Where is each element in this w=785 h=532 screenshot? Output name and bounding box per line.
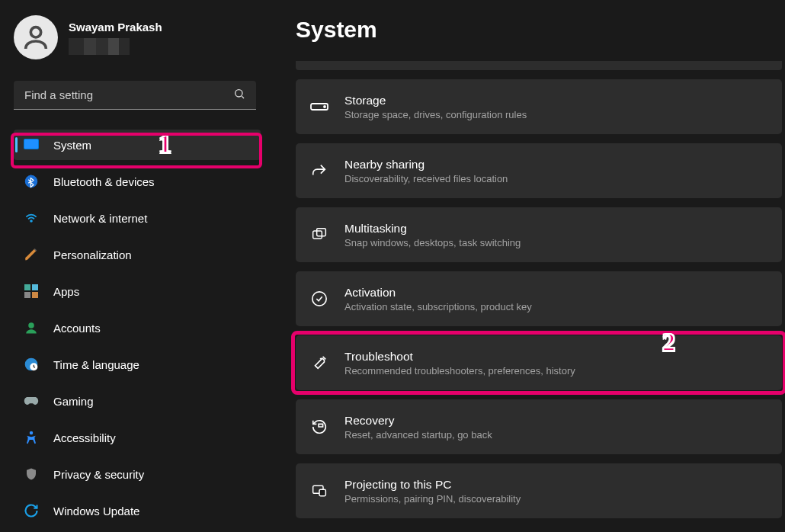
svg-rect-9 [32,292,38,298]
annotation-number-1: 1 [159,130,171,159]
nav-item-system[interactable]: System 1 [14,130,261,160]
multitasking-icon [309,225,329,245]
nav-item-privacy[interactable]: Privacy & security [14,459,261,489]
nav-item-network[interactable]: Network & internet [14,203,261,233]
card-activation[interactable]: Activation Activation state, subscriptio… [296,271,782,326]
card-storage[interactable]: Storage Storage space, drives, configura… [296,79,782,134]
clock-globe-icon [23,356,40,373]
search-input[interactable]: Find a setting [14,81,256,110]
card-title: Multitasking [344,222,521,236]
card-desc: Snap windows, desktops, task switching [344,237,521,248]
nav-item-accounts[interactable]: Accounts [14,312,261,343]
avatar [14,15,58,59]
card-text: Recovery Reset, advanced startup, go bac… [344,414,492,441]
gamepad-icon [23,393,40,409]
svg-point-18 [312,292,326,306]
card-desc: Recommended troubleshooters, preferences… [344,365,575,377]
card-title: Nearby sharing [344,158,508,171]
apps-icon [23,283,40,300]
svg-point-4 [25,175,38,188]
nav-label: Apps [53,285,79,298]
profile[interactable]: Swayam Prakash [14,15,261,59]
shield-icon [23,466,40,482]
card-text: Projecting to this PC Permissions, pairi… [344,478,521,505]
profile-text: Swayam Prakash [69,21,162,55]
card-title: Projecting to this PC [344,478,521,492]
annotation-number-2: 2 [662,328,675,357]
nav-label: Accounts [53,322,101,335]
card-desc: Permissions, pairing PIN, discoverabilit… [344,493,521,505]
settings-cards: Storage Storage space, drives, configura… [296,61,785,518]
card-recovery[interactable]: Recovery Reset, advanced startup, go bac… [296,399,782,454]
profile-name: Swayam Prakash [69,21,162,34]
card-desc: Storage space, drives, configuration rul… [344,109,527,120]
card-desc: Activation state, subscriptions, product… [344,301,532,312]
card-text: Storage Storage space, drives, configura… [344,94,527,120]
brush-icon [23,246,40,263]
wrench-icon [309,353,329,373]
svg-rect-16 [313,231,322,239]
svg-rect-20 [319,489,325,495]
card-text: Activation Activation state, subscriptio… [344,286,532,312]
nav-label: Accessibility [53,431,116,444]
card-multitasking[interactable]: Multitasking Snap windows, desktops, tas… [296,207,782,262]
search-icon [233,88,245,103]
card-title: Troubleshoot [344,350,575,364]
nav-label: Time & language [53,358,139,371]
share-icon [309,161,329,181]
nav-label: Network & internet [53,212,147,225]
card-text: Troubleshoot Recommended troubleshooters… [344,350,575,377]
storage-icon [309,97,329,117]
svg-rect-3 [24,139,38,149]
page-title: System [296,17,785,43]
card-nearby-sharing[interactable]: Nearby sharing Discoverability, received… [296,143,782,198]
svg-rect-6 [24,284,30,290]
svg-rect-17 [317,229,326,236]
nav-label: Gaming [53,395,94,408]
nav-label: System [53,139,91,152]
accessibility-icon [23,429,40,446]
card-troubleshoot[interactable]: Troubleshoot Recommended troubleshooters… [296,335,782,390]
svg-point-13 [30,431,34,435]
card-desc: Reset, advanced startup, go back [344,429,492,441]
svg-point-0 [30,27,40,37]
bluetooth-icon [23,173,40,190]
person-icon [23,319,40,336]
card-title: Activation [344,286,532,300]
nav-item-personalization[interactable]: Personalization [14,239,261,270]
nav-label: Privacy & security [53,468,144,481]
nav-label: Bluetooth & devices [53,175,155,188]
search-placeholder: Find a setting [24,88,93,101]
svg-point-5 [30,220,32,222]
nav-item-apps[interactable]: Apps [14,276,261,306]
nav-list: System 1 Bluetooth & devices Network & i… [14,130,261,526]
svg-rect-7 [32,284,38,290]
nav-item-update[interactable]: Windows Update [14,495,261,526]
svg-point-10 [28,322,34,328]
nav-label: Personalization [53,248,132,261]
nav-item-time[interactable]: Time & language [14,349,261,380]
wifi-icon [23,210,40,226]
card-text: Multitasking Snap windows, desktops, tas… [344,222,521,248]
nav-item-bluetooth[interactable]: Bluetooth & devices [14,166,261,197]
svg-rect-8 [24,292,30,298]
profile-detail-redacted [69,38,130,55]
card-text: Nearby sharing Discoverability, received… [344,158,508,184]
nav-label: Windows Update [53,505,139,518]
card-title: Recovery [344,414,492,428]
main-panel: System Storage Storage space, drives, co… [274,0,785,532]
svg-point-15 [324,106,325,107]
card-title: Storage [344,94,527,107]
system-icon [23,136,40,153]
nav-item-accessibility[interactable]: Accessibility [14,422,261,453]
update-icon [23,502,40,519]
card-stub-top [296,61,782,70]
card-desc: Discoverability, received files location [344,173,508,184]
project-icon [309,481,329,501]
card-projecting[interactable]: Projecting to this PC Permissions, pairi… [296,463,782,518]
check-circle-icon [309,289,329,309]
svg-point-1 [236,89,242,96]
nav-item-gaming[interactable]: Gaming [14,386,261,416]
sidebar: Swayam Prakash Find a setting System 1 B… [0,0,274,532]
recovery-icon [309,417,329,437]
